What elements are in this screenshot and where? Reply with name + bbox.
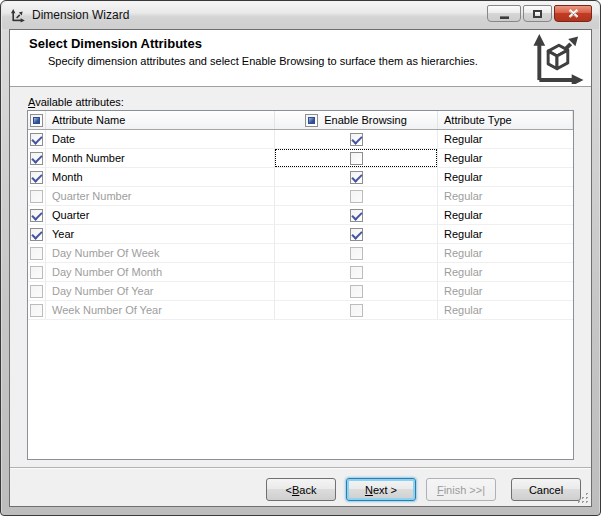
attribute-name-cell[interactable]: Quarter — [46, 206, 275, 224]
maximize-button[interactable] — [523, 5, 552, 22]
page-content: Available attributes: Attribute Name Ena… — [10, 88, 591, 506]
table-row: Day Number Of WeekRegular — [28, 244, 573, 263]
attribute-select-checkbox[interactable] — [30, 171, 43, 184]
table-row: QuarterRegular — [28, 206, 573, 225]
attribute-type: Regular — [444, 228, 483, 240]
enable-browsing-cell[interactable] — [275, 282, 438, 300]
grid-rows: DateRegularMonth NumberRegularMonthRegul… — [28, 130, 573, 320]
attribute-name-cell[interactable]: Quarter Number — [46, 187, 275, 205]
attribute-name-cell[interactable]: Month — [46, 168, 275, 186]
table-row: MonthRegular — [28, 168, 573, 187]
caption-buttons — [487, 5, 592, 22]
attribute-select-checkbox[interactable] — [30, 266, 43, 279]
row-select-cell — [28, 244, 46, 262]
enable-browsing-cell[interactable] — [275, 149, 438, 167]
enable-browsing-cell[interactable] — [275, 244, 438, 262]
select-all-checkbox[interactable] — [30, 114, 43, 127]
enable-browsing-cell[interactable] — [275, 130, 438, 148]
titlebar[interactable]: Dimension Wizard — [2, 2, 599, 29]
enable-browsing-checkbox[interactable] — [350, 133, 363, 146]
attribute-type-cell: Regular — [438, 187, 573, 205]
table-row: DateRegular — [28, 130, 573, 149]
enable-browsing-checkbox — [350, 266, 363, 279]
attribute-select-checkbox[interactable] — [30, 228, 43, 241]
enable-browsing-checkbox — [350, 285, 363, 298]
enable-browsing-checkbox — [350, 304, 363, 317]
attribute-name: Year — [52, 228, 74, 240]
enable-browsing-checkbox[interactable] — [350, 152, 363, 165]
maximize-icon — [533, 10, 542, 18]
attribute-type-cell: Regular — [438, 244, 573, 262]
resize-grip[interactable] — [577, 492, 589, 504]
enable-browsing-cell[interactable] — [275, 301, 438, 319]
attribute-type-cell: Regular — [438, 206, 573, 224]
attribute-select-checkbox[interactable] — [30, 285, 43, 298]
attribute-type-cell: Regular — [438, 168, 573, 186]
table-row: YearRegular — [28, 225, 573, 244]
enable-browsing-all-checkbox[interactable] — [305, 114, 318, 127]
attribute-type: Regular — [444, 209, 483, 221]
row-select-cell — [28, 206, 46, 224]
column-header-attribute-type[interactable]: Attribute Type — [438, 111, 573, 129]
next-button[interactable]: Next > — [346, 478, 416, 501]
enable-browsing-checkbox[interactable] — [350, 171, 363, 184]
attribute-name: Date — [52, 133, 75, 145]
enable-browsing-checkbox — [350, 190, 363, 203]
attribute-name: Day Number Of Week — [52, 247, 159, 259]
attribute-name-cell[interactable]: Week Number Of Year — [46, 301, 275, 319]
attribute-type: Regular — [444, 266, 483, 278]
window-title: Dimension Wizard — [32, 8, 129, 23]
attribute-name: Day Number Of Year — [52, 285, 154, 297]
row-select-cell — [28, 282, 46, 300]
attribute-type: Regular — [444, 152, 483, 164]
attribute-name-cell[interactable]: Day Number Of Week — [46, 244, 275, 262]
attribute-name: Quarter — [52, 209, 89, 221]
attribute-select-checkbox[interactable] — [30, 304, 43, 317]
enable-browsing-checkbox[interactable] — [350, 228, 363, 241]
column-header-enable-browsing[interactable]: Enable Browsing — [275, 111, 438, 129]
table-row: Week Number Of YearRegular — [28, 301, 573, 320]
attribute-name: Day Number Of Month — [52, 266, 162, 278]
attribute-select-checkbox[interactable] — [30, 209, 43, 222]
row-select-cell — [28, 187, 46, 205]
enable-browsing-cell[interactable] — [275, 187, 438, 205]
attribute-select-checkbox[interactable] — [30, 133, 43, 146]
attribute-type-cell: Regular — [438, 130, 573, 148]
table-row: Day Number Of MonthRegular — [28, 263, 573, 282]
client-area: Select Dimension Attributes Specify dime… — [9, 29, 592, 507]
attribute-name-cell[interactable]: Date — [46, 130, 275, 148]
table-row: Month NumberRegular — [28, 149, 573, 168]
finish-button[interactable]: Finish >>| — [426, 478, 496, 501]
back-button[interactable]: < Back — [266, 478, 336, 501]
page-title: Select Dimension Attributes — [29, 36, 202, 51]
dimension-wizard-window: Dimension Wizard Select Dimension Attrib… — [0, 0, 601, 516]
enable-browsing-checkbox — [350, 247, 363, 260]
attribute-name-cell[interactable]: Month Number — [46, 149, 275, 167]
enable-browsing-cell[interactable] — [275, 225, 438, 243]
attribute-name-cell[interactable]: Year — [46, 225, 275, 243]
cancel-button[interactable]: Cancel — [511, 478, 581, 501]
column-header-attribute-name[interactable]: Attribute Name — [46, 111, 275, 129]
enable-browsing-cell[interactable] — [275, 168, 438, 186]
attribute-name-cell[interactable]: Day Number Of Month — [46, 263, 275, 281]
attribute-name-cell[interactable]: Day Number Of Year — [46, 282, 275, 300]
attribute-name: Month — [52, 171, 83, 183]
attribute-select-checkbox[interactable] — [30, 190, 43, 203]
attribute-select-checkbox[interactable] — [30, 152, 43, 165]
select-all-cell — [28, 111, 46, 129]
minimize-button[interactable] — [487, 5, 521, 22]
dimension-cube-axes-icon — [528, 32, 585, 84]
grid-header: Attribute Name Enable Browsing Attribute… — [28, 111, 573, 130]
close-icon — [568, 9, 579, 18]
enable-browsing-cell[interactable] — [275, 263, 438, 281]
enable-browsing-checkbox[interactable] — [350, 209, 363, 222]
table-row: Day Number Of YearRegular — [28, 282, 573, 301]
attribute-select-checkbox[interactable] — [30, 247, 43, 260]
row-select-cell — [28, 149, 46, 167]
attribute-type-cell: Regular — [438, 282, 573, 300]
attribute-type-cell: Regular — [438, 225, 573, 243]
dimension-axes-icon — [10, 8, 26, 24]
enable-browsing-cell[interactable] — [275, 206, 438, 224]
close-button[interactable] — [554, 5, 592, 22]
row-select-cell — [28, 130, 46, 148]
